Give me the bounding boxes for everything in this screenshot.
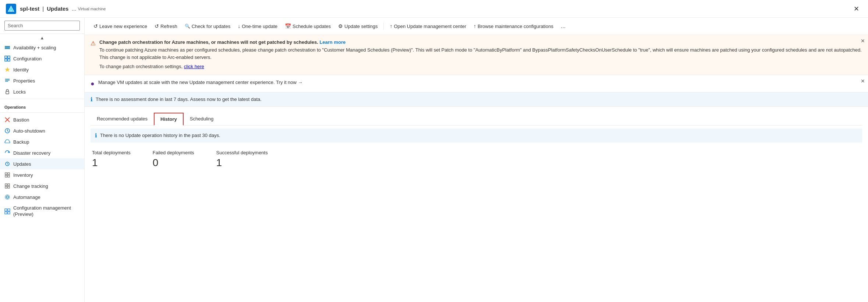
scroll-up-button[interactable]: ▲	[40, 35, 45, 41]
close-button[interactable]: ✕	[851, 3, 862, 14]
inventory-icon	[4, 172, 10, 178]
svg-rect-17	[8, 173, 10, 175]
toolbar-separator	[383, 22, 384, 30]
history-info-text: There is no Update operation history in …	[100, 133, 220, 138]
content-area: Recommended updates History Scheduling ℹ…	[85, 107, 868, 175]
sidebar-item-label: Updates	[13, 161, 31, 167]
sidebar-item-label: Configuration	[13, 56, 42, 62]
sidebar-item-bastion[interactable]: Bastion	[0, 114, 84, 125]
warning-title: Change patch orchestration for Azure mac…	[99, 39, 862, 45]
promo-icon: ●	[91, 80, 95, 88]
scroll-up-container: ▲	[0, 34, 84, 42]
toolbar-ellipsis-button[interactable]: ...	[558, 21, 568, 32]
sidebar-item-change-tracking[interactable]: Change tracking	[0, 180, 84, 192]
warning-close-button[interactable]: ✕	[861, 38, 865, 44]
assessment-info-bar: ℹ There is no assessment done in last 7 …	[85, 92, 868, 107]
operations-section-label: Operations	[0, 101, 84, 111]
sidebar-item-label: Identity	[13, 67, 29, 73]
leave-new-experience-button[interactable]: ↺ Leave new experience	[91, 21, 150, 31]
svg-rect-22	[5, 186, 7, 188]
svg-point-25	[5, 195, 10, 199]
sidebar-item-locks[interactable]: Locks	[0, 86, 84, 97]
sidebar-operations-items: Bastion Auto-shutdown Backup Disaster re…	[0, 114, 84, 220]
sidebar-item-availability[interactable]: Availability + scaling	[0, 42, 84, 53]
open-update-center-button[interactable]: ↑ Open Update management center	[387, 21, 469, 31]
resource-name: spl-test	[20, 6, 39, 12]
header-separator: |	[42, 6, 44, 12]
svg-rect-28	[5, 212, 7, 214]
sidebar-item-automanage[interactable]: Automanage	[0, 192, 84, 203]
check-updates-button[interactable]: 🔍 Check for updates	[182, 21, 234, 31]
learn-more-link[interactable]: Learn more	[319, 39, 346, 45]
stat-successful-label: Successful deployments	[216, 150, 268, 155]
sidebar-item-label: Auto-shutdown	[13, 128, 45, 134]
promo-alert: ● Manage VM updates at scale with the ne…	[85, 75, 868, 92]
svg-rect-29	[8, 212, 10, 214]
sidebar-item-configuration[interactable]: Configuration	[0, 53, 84, 64]
svg-rect-20	[5, 184, 7, 186]
change-tracking-icon	[4, 183, 10, 189]
top-header: spl-test | Updates ... Virtual machine ✕	[0, 0, 868, 18]
sidebar-item-label: Automanage	[13, 194, 40, 200]
svg-rect-4	[8, 56, 10, 58]
configuration-icon	[4, 56, 10, 62]
history-info-bar: ℹ There is no Update operation history i…	[91, 129, 862, 143]
tab-scheduling[interactable]: Scheduling	[184, 113, 220, 126]
promo-content: Manage VM updates at scale with the new …	[98, 80, 862, 85]
warning-alert-content: Change patch orchestration for Azure mac…	[99, 39, 862, 70]
click-here-link[interactable]: click here	[184, 64, 204, 69]
automanage-icon	[4, 194, 10, 200]
one-time-icon: ↓	[238, 23, 240, 29]
locks-icon	[4, 89, 10, 95]
svg-marker-7	[5, 67, 10, 72]
history-info-icon: ℹ	[95, 132, 97, 139]
warning-icon: ⚠	[91, 40, 96, 47]
svg-rect-6	[8, 59, 10, 61]
promo-close-button[interactable]: ✕	[861, 78, 865, 84]
stat-failed: Failed deployments 0	[153, 150, 194, 169]
sidebar-item-autoshutdown[interactable]: Auto-shutdown	[0, 125, 84, 136]
resource-type-block: Virtual machine	[78, 7, 106, 11]
sidebar-top-items: Availability + scaling Configuration Ide…	[0, 42, 84, 97]
sidebar-item-identity[interactable]: Identity	[0, 64, 84, 75]
assessment-info-text: There is no assessment done in last 7 da…	[96, 96, 262, 102]
tab-history[interactable]: History	[154, 113, 184, 126]
open-update-icon: ↑	[390, 23, 392, 29]
tab-recommended[interactable]: Recommended updates	[91, 113, 154, 126]
warning-body-2: To change patch orchestration settings, …	[99, 63, 862, 70]
sidebar-item-updates[interactable]: Updates	[0, 158, 84, 169]
sidebar-item-label: Configuration management(Preview)	[13, 205, 71, 218]
sidebar-search-container	[0, 18, 84, 34]
svg-rect-1	[5, 47, 10, 48]
toolbar: ↺ Leave new experience ↺ Refresh 🔍 Check…	[85, 18, 868, 35]
svg-rect-11	[6, 91, 9, 94]
browse-maintenance-button[interactable]: ↑ Browse maintenance configurations	[471, 21, 556, 31]
sidebar-item-config-management[interactable]: Configuration management(Preview)	[0, 203, 84, 220]
svg-rect-21	[8, 184, 10, 186]
check-updates-icon: 🔍	[185, 24, 190, 29]
schedule-updates-button[interactable]: 📅 Schedule updates	[282, 21, 334, 31]
config-management-icon	[4, 208, 10, 214]
header-ellipsis-btn[interactable]: ...	[71, 6, 76, 12]
sidebar-item-disaster-recovery[interactable]: Disaster recovery	[0, 147, 84, 158]
refresh-button[interactable]: ↺ Refresh	[152, 21, 180, 31]
svg-rect-27	[8, 209, 10, 211]
update-settings-button[interactable]: ⚙ Update settings	[335, 21, 380, 31]
sidebar-item-inventory[interactable]: Inventory	[0, 169, 84, 180]
one-time-update-button[interactable]: ↓ One-time update	[235, 21, 280, 31]
sidebar-item-backup[interactable]: Backup	[0, 136, 84, 147]
sidebar-item-label: Change tracking	[13, 183, 48, 189]
sidebar-item-label: Properties	[13, 78, 35, 84]
sidebar: ▲ Availability + scaling Configuration	[0, 18, 85, 302]
assessment-info-icon: ℹ	[91, 96, 93, 103]
svg-rect-18	[5, 175, 7, 177]
sidebar-item-properties[interactable]: Properties	[0, 75, 84, 86]
azure-logo	[6, 4, 16, 14]
search-input[interactable]	[4, 21, 80, 31]
stat-total-label: Total deployments	[92, 150, 131, 155]
refresh-icon: ↺	[155, 23, 159, 29]
resource-type: Virtual machine	[78, 7, 106, 11]
schedule-icon: 📅	[285, 23, 291, 29]
sidebar-item-label: Availability + scaling	[13, 45, 56, 50]
alerts-area: ⚠ Change patch orchestration for Azure m…	[85, 35, 868, 92]
